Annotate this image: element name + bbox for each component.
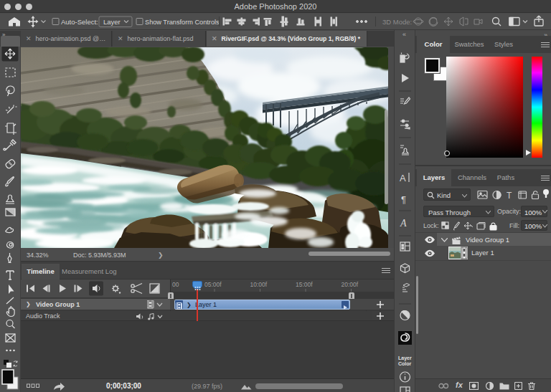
svg-text:20:00f: 20:00f bbox=[342, 281, 359, 288]
svg-text:Show Transform Controls: Show Transform Controls bbox=[145, 19, 220, 26]
svg-text:A: A bbox=[400, 173, 406, 183]
svg-text:A: A bbox=[400, 218, 407, 229]
svg-text:Auto-Select:: Auto-Select: bbox=[61, 18, 98, 26]
svg-text:Color: Color bbox=[398, 361, 412, 366]
svg-text:«: « bbox=[402, 31, 406, 38]
svg-text:15:00f: 15:00f bbox=[296, 281, 313, 288]
svg-text:¶: ¶ bbox=[401, 194, 406, 205]
svg-text:00: 00 bbox=[172, 281, 179, 288]
svg-text:Layer: Layer bbox=[103, 18, 121, 26]
svg-text:Layer: Layer bbox=[398, 355, 412, 361]
svg-text:T: T bbox=[507, 191, 512, 201]
svg-text:10:00f: 10:00f bbox=[250, 281, 268, 288]
svg-text:05:00f: 05:00f bbox=[204, 281, 222, 288]
svg-text:3D Mode:: 3D Mode: bbox=[382, 18, 412, 26]
